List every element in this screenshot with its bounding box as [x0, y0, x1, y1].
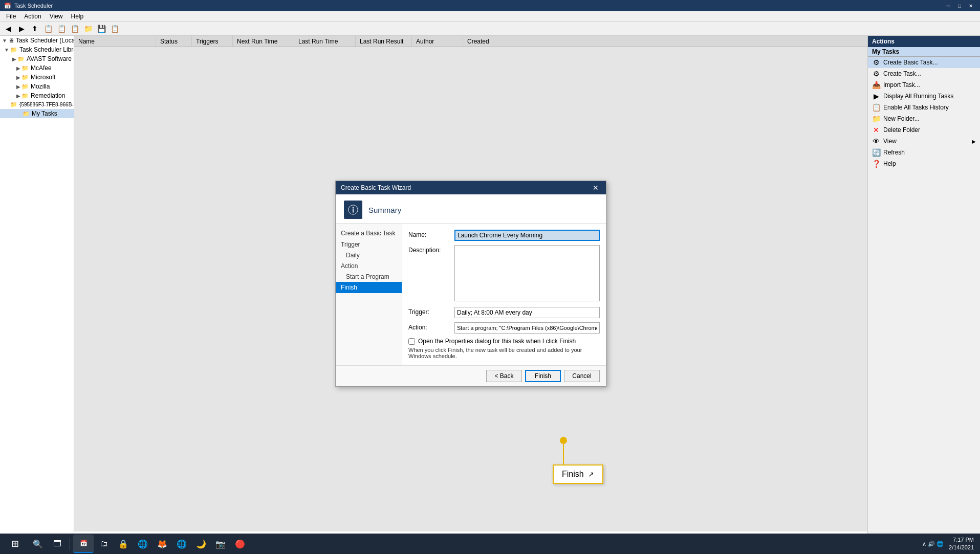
checkbox-label: Open the Properties dialog for this task… [418, 338, 576, 345]
toolbar-btn3[interactable]: 📋 [69, 23, 81, 34]
action-enable-history[interactable]: 📋 Enable All Tasks History [868, 102, 980, 113]
finish-callout: Finish ↗ [553, 464, 603, 484]
taskbar-chrome[interactable]: 🌐 [172, 535, 191, 553]
form-row-desc: Description: [408, 245, 600, 303]
taskbar-camera[interactable]: 📷 [211, 535, 230, 553]
dialog-form: Name: Description: [402, 224, 606, 365]
nav-item-action[interactable]: Action [336, 260, 402, 272]
taskbar-explorer[interactable]: 🗂 [95, 535, 113, 553]
svg-rect-2 [353, 209, 354, 212]
toolbar-btn4[interactable]: 📁 [82, 23, 94, 34]
toolbar-forward[interactable]: ▶ [15, 23, 28, 34]
toolbar-btn5[interactable]: 💾 [95, 23, 107, 34]
view-arrow: ▶ [972, 139, 976, 144]
menu-view[interactable]: View [46, 12, 67, 21]
name-input[interactable] [454, 230, 600, 241]
taskbar-app2[interactable]: 🔴 [231, 535, 249, 553]
action-help[interactable]: ❓ Help [868, 158, 980, 169]
search-button[interactable]: 🔍 [29, 535, 47, 553]
dialog-icon [344, 201, 362, 219]
expand-icon-moz[interactable]: ▶ [16, 84, 20, 90]
action-import[interactable]: 📥 Import Task... [868, 79, 980, 91]
action-view[interactable]: 👁 View ▶ [868, 136, 980, 147]
task-view-button[interactable]: 🗔 [48, 535, 67, 553]
toolbar-btn6[interactable]: 📋 [108, 23, 121, 34]
app-icon: 📅 [4, 3, 11, 9]
taskbar-app-taskscheduler[interactable]: 📅 [73, 535, 94, 553]
minimize-button[interactable]: ─ [943, 2, 953, 10]
menu-action[interactable]: Action [20, 12, 45, 21]
show-desktop-button[interactable] [975, 535, 978, 553]
nav-item-daily[interactable]: Daily [336, 250, 402, 260]
app-title: Task Scheduler [14, 3, 53, 9]
sidebar-item-root[interactable]: ▼ 🖥 Task Scheduler (Local) [0, 36, 74, 45]
start-button[interactable]: ⊞ [2, 535, 28, 553]
restore-button[interactable]: □ [954, 2, 965, 10]
form-row-name: Name: [408, 230, 600, 241]
sidebar-item-mcafee[interactable]: ▶ 📁 McAfee [0, 63, 74, 73]
taskbar-store[interactable]: 🌙 [192, 535, 210, 553]
action-new-folder[interactable]: 📁 New Folder... [868, 113, 980, 124]
title-bar-controls: ─ □ ✕ [943, 2, 976, 10]
sidebar-label-avast: AVAST Software [27, 55, 72, 62]
folder-icon-mytasks: 📁 [23, 110, 30, 117]
expand-icon-lib[interactable]: ▼ [4, 47, 9, 53]
sidebar-item-guid[interactable]: 📁 {595886F3-7FE8-966B-... [0, 100, 74, 109]
folder-label: New Folder... [883, 115, 920, 122]
sidebar-label-root: Task Scheduler (Local) [16, 37, 74, 44]
sidebar-item-avast[interactable]: ▶ 📁 AVAST Software [0, 54, 74, 63]
taskbar-sep1 [70, 538, 70, 550]
dialog: Create Basic Task Wizard ✕ [335, 181, 606, 387]
sidebar-item-mytasks[interactable]: 📁 My Tasks [0, 109, 74, 118]
desc-textarea[interactable] [454, 245, 600, 301]
expand-icon-rem[interactable]: ▶ [16, 93, 20, 99]
menu-file[interactable]: File [2, 12, 20, 21]
help-label: Help [883, 160, 896, 167]
callout-box[interactable]: Finish ↗ [553, 464, 603, 484]
form-row-trigger: Trigger: [408, 307, 600, 318]
nav-item-trigger[interactable]: Trigger [336, 239, 402, 250]
action-display-running[interactable]: ▶ Display All Running Tasks [868, 91, 980, 102]
trigger-field [454, 307, 600, 318]
toolbar-show-hide-console[interactable]: 📋 [42, 23, 54, 34]
title-bar: 📅 Task Scheduler ─ □ ✕ [0, 0, 980, 11]
expand-icon-mcafee[interactable]: ▶ [16, 65, 20, 71]
properties-checkbox[interactable] [408, 338, 415, 345]
sidebar-item-microsoft[interactable]: ▶ 📁 Microsoft [0, 73, 74, 82]
sidebar-item-library[interactable]: ▼ 📁 Task Scheduler Library [0, 45, 74, 54]
nav-item-startprogram[interactable]: Start a Program [336, 272, 402, 282]
back-button[interactable]: < Back [486, 370, 522, 382]
toolbar-up[interactable]: ⬆ [29, 23, 41, 34]
action-refresh[interactable]: 🔄 Refresh [868, 147, 980, 158]
folder-icon-ms: 📁 [21, 74, 29, 81]
dialog-close-button[interactable]: ✕ [591, 184, 601, 192]
create-icon: ⚙ [872, 70, 880, 78]
finish-button[interactable]: Finish [525, 370, 561, 382]
right-panel: Actions My Tasks ⚙ Create Basic Task... … [867, 36, 980, 543]
taskbar-edge[interactable]: 🌐 [134, 535, 152, 553]
close-button[interactable]: ✕ [966, 2, 976, 10]
desc-label: Description: [408, 245, 454, 254]
system-tray-icons: ∧ 🔊 🌐 [922, 541, 944, 547]
cancel-button[interactable]: Cancel [564, 370, 600, 382]
title-bar-title: 📅 Task Scheduler [4, 3, 53, 9]
taskbar-firefox[interactable]: 🦊 [153, 535, 171, 553]
toolbar-back[interactable]: ◀ [2, 23, 14, 34]
taskbar: ⊞ 🔍 🗔 📅 🗂 🔒 🌐 🦊 🌐 🌙 📷 🔴 ∧ 🔊 🌐 7:17 PM 2/… [0, 534, 980, 554]
action-create[interactable]: ⚙ Create Task... [868, 68, 980, 79]
nav-item-create[interactable]: Create a Basic Task [336, 228, 402, 239]
nav-item-finish[interactable]: Finish [336, 282, 402, 293]
sidebar-item-mozilla[interactable]: ▶ 📁 Mozilla [0, 82, 74, 91]
expand-icon[interactable]: ▼ [2, 38, 7, 43]
toolbar-btn2[interactable]: 📋 [55, 23, 68, 34]
action-delete-folder[interactable]: ✕ Delete Folder [868, 124, 980, 136]
delete-icon: ✕ [872, 126, 880, 134]
taskbar-lock[interactable]: 🔒 [114, 535, 133, 553]
taskbar-clock[interactable]: 7:17 PM 2/14/2021 [949, 536, 974, 552]
expand-icon-ms[interactable]: ▶ [16, 75, 20, 80]
action-create-basic[interactable]: ⚙ Create Basic Task... [868, 57, 980, 68]
help-icon: ❓ [872, 160, 880, 168]
sidebar-item-remediation[interactable]: ▶ 📁 Remediation [0, 91, 74, 100]
expand-icon-avast[interactable]: ▶ [12, 56, 16, 62]
menu-help[interactable]: Help [67, 12, 88, 21]
